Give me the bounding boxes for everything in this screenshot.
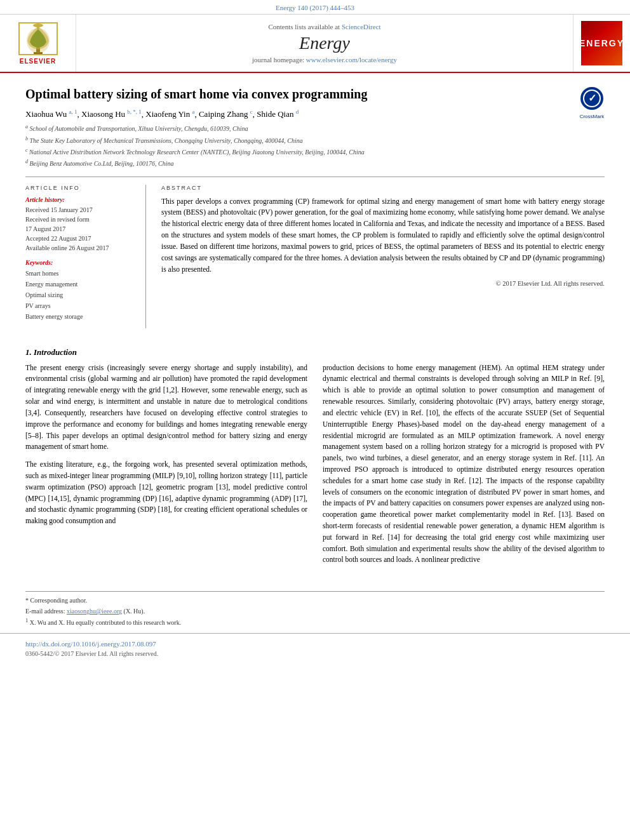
section1-title: 1. Introduction xyxy=(25,347,605,357)
elsevier-logo: ELSEVIER xyxy=(0,15,76,72)
energy-badge: ENERGY xyxy=(581,21,622,65)
author-3: Xiaofeng Yin a xyxy=(145,109,194,119)
keyword-2: Energy management xyxy=(25,279,137,290)
intro-left-col: The present energy crisis (increasingly … xyxy=(25,363,307,573)
contents-available-text: Contents lists available at ScienceDirec… xyxy=(268,23,380,30)
journal-title-section: Contents lists available at ScienceDirec… xyxy=(76,15,573,72)
elsevier-tree-icon xyxy=(16,22,60,57)
article-info-label: ARTICLE INFO xyxy=(25,185,137,191)
affiliation-b: b The State Key Laboratory of Mechanical… xyxy=(25,135,605,145)
bottom-links: http://dx.doi.org/10.1016/j.energy.2017.… xyxy=(0,633,630,661)
article-history-title: Article history: xyxy=(25,196,137,203)
history-item-4: Accepted 22 August 2017 xyxy=(25,234,137,243)
journal-homepage: journal homepage: www.elsevier.com/locat… xyxy=(252,56,397,63)
author-1: Xiaohua Wu a, 1 xyxy=(25,109,77,119)
article-info-col: ARTICLE INFO Article history: Received 1… xyxy=(25,185,146,328)
history-item-3: 17 August 2017 xyxy=(25,224,137,234)
sciencedirect-link[interactable]: ScienceDirect xyxy=(342,23,381,30)
svg-text:✓: ✓ xyxy=(588,93,596,103)
journal-homepage-link[interactable]: www.elsevier.com/locate/energy xyxy=(306,56,397,63)
affiliation-c: c National Active Distribution Network T… xyxy=(25,147,605,157)
journal-reference: Energy 140 (2017) 444–453 xyxy=(276,4,354,11)
intro-two-col: The present energy crisis (increasingly … xyxy=(25,363,605,573)
contrib-note: 1 X. Wu and X. Hu equally contributed to… xyxy=(25,617,605,627)
elsevier-brand-text: ELSEVIER xyxy=(20,58,56,65)
intro-para-1: The present energy crisis (increasingly … xyxy=(25,363,307,453)
section1-number: 1. xyxy=(25,347,34,357)
crossmark-icon: ✓ xyxy=(579,86,605,111)
keyword-4: PV arrays xyxy=(25,300,137,311)
email-note: E-mail address: xiaosonghu@ieee.org (X. … xyxy=(25,606,605,616)
svg-point-4 xyxy=(33,23,43,27)
keyword-1: Smart homes xyxy=(25,268,137,279)
page: Energy 140 (2017) 444–453 ELSEVIER xyxy=(0,0,630,661)
history-item-1: Received 15 January 2017 xyxy=(25,205,137,215)
title-area: ✓ CrossMark Optimal battery sizing of sm… xyxy=(25,86,605,102)
journal-logo-right: ENERGY xyxy=(573,15,630,72)
info-abstract-section: ARTICLE INFO Article history: Received 1… xyxy=(25,177,605,328)
author-4: Caiping Zhang c xyxy=(199,109,253,119)
article-history-group: Article history: Received 15 January 201… xyxy=(25,196,137,253)
intro-para-3: production decisions to home energy mana… xyxy=(323,363,605,566)
journal-name: Energy xyxy=(299,33,350,53)
abstract-label: ABSTRACT xyxy=(161,185,605,191)
abstract-text: This paper develops a convex programming… xyxy=(161,196,605,276)
doi-link[interactable]: http://dx.doi.org/10.1016/j.energy.2017.… xyxy=(25,640,156,648)
body-content: 1. Introduction The present energy crisi… xyxy=(0,341,630,585)
history-item-5: Available online 26 August 2017 xyxy=(25,243,137,253)
authors-line: Xiaohua Wu a, 1, Xiaosong Hu b, *, 1, Xi… xyxy=(25,109,605,119)
article-title: Optimal battery sizing of smart home via… xyxy=(25,86,605,102)
intro-para-2: The existing literature, e.g., the forgo… xyxy=(25,459,307,527)
journal-header: ELSEVIER Contents lists available at Sci… xyxy=(0,15,630,73)
corresponding-author-note: * Corresponding author. xyxy=(25,596,605,605)
keyword-3: Optimal sizing xyxy=(25,290,137,300)
article-content: ✓ CrossMark Optimal battery sizing of sm… xyxy=(0,73,630,341)
footnotes-area: * Corresponding author. E-mail address: … xyxy=(25,591,605,627)
intro-right-col: production decisions to home energy mana… xyxy=(323,363,605,573)
keywords-label: Keywords: xyxy=(25,259,137,266)
badge-title-text: ENERGY xyxy=(579,38,624,48)
crossmark-badge: ✓ CrossMark xyxy=(579,86,605,119)
author-2: Xiaosong Hu b, *, 1 xyxy=(81,109,142,119)
keywords-group: Keywords: Smart homes Energy management … xyxy=(25,259,137,322)
email-link[interactable]: xiaosonghu@ieee.org xyxy=(67,608,122,615)
keyword-5: Battery energy storage xyxy=(25,311,137,322)
affiliation-d: d Beijing Benz Automotive Co.Ltd, Beijin… xyxy=(25,158,605,168)
copyright-text: © 2017 Elsevier Ltd. All rights reserved… xyxy=(161,280,605,287)
affiliation-a: a School of Automobile and Transportatio… xyxy=(25,123,605,133)
issn-text: 0360-5442/© 2017 Elsevier Ltd. All right… xyxy=(25,650,605,657)
history-item-2: Received in revised form xyxy=(25,215,137,224)
crossmark-label: CrossMark xyxy=(579,114,605,119)
abstract-col: ABSTRACT This paper develops a convex pr… xyxy=(161,185,605,328)
author-5: Shide Qian d xyxy=(257,109,298,119)
section1-heading: Introduction xyxy=(34,347,77,357)
affiliations: a School of Automobile and Transportatio… xyxy=(25,123,605,168)
journal-reference-bar: Energy 140 (2017) 444–453 xyxy=(0,0,630,15)
